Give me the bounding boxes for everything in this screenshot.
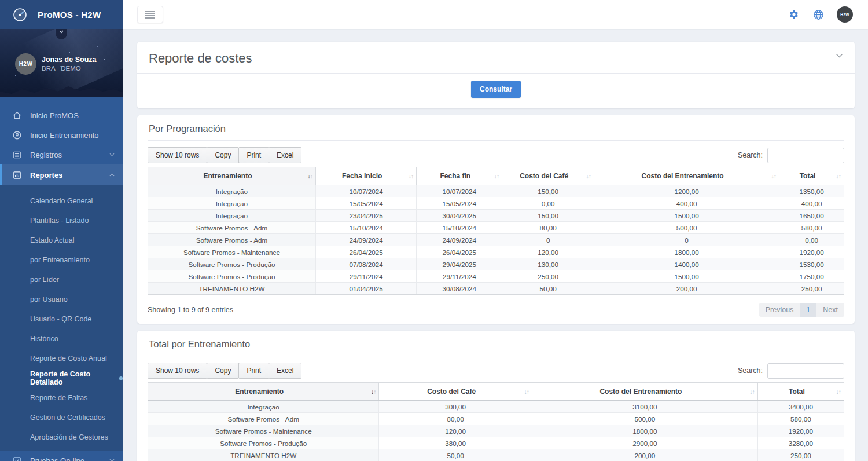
sidebar-item-inicio-promos[interactable]: Inicio ProMOS <box>0 105 123 125</box>
current-page-button[interactable]: 1 <box>800 303 816 317</box>
column-header-fecha-fin[interactable]: Fecha fin↓↑ <box>417 167 502 185</box>
table-cell: 380,00 <box>379 437 532 449</box>
settings-gear-icon[interactable] <box>789 9 799 20</box>
sidebar-subitem-aprobaci-n-de-gestores[interactable]: Aprobación de Gestores <box>0 427 123 447</box>
sidebar-subitem-estado-actual[interactable]: Estado Actual <box>0 231 123 250</box>
sidebar-item-reportes[interactable]: Reportes <box>0 164 123 185</box>
sidebar-item-label: Reportes <box>30 171 62 180</box>
table-row: Integração23/04/202530/04/2025150,001500… <box>148 210 844 222</box>
table-cell: 250,00 <box>779 283 844 295</box>
total-por-entrenamiento-card: Total por Entrenamiento Show 10 rowsCopy… <box>137 331 855 461</box>
table-footer: Showing 1 to 9 of 9 entries Previous 1 N… <box>148 303 844 317</box>
table-cell: TREINAMENTO H2W <box>148 449 379 461</box>
report-card-head: Reporte de costes <box>137 42 855 73</box>
sidebar-subitem-usuario-qr-code[interactable]: Usuario - QR Code <box>0 309 123 329</box>
table-cell: 0 <box>502 234 594 246</box>
table-cell: 1750,00 <box>779 270 844 283</box>
toolbar-button-print[interactable]: Print <box>238 363 269 379</box>
sidebar-subitem-por-entrenamiento[interactable]: por Entrenamiento <box>0 250 123 270</box>
sidebar-item-label: Inicio Entrenamiento <box>30 131 99 140</box>
table-cell: 0,00 <box>779 234 844 246</box>
bar-chart-icon <box>12 170 22 180</box>
sidebar-subitem-reporte-de-costo-detallado[interactable]: Reporte de Costo Detallado <box>0 368 123 388</box>
topbar-user-avatar[interactable]: H2W <box>837 6 853 23</box>
sidebar-submenu: Calendario GeneralPlantillas - ListadoEs… <box>0 185 123 451</box>
toolbar-button-show-10-rows[interactable]: Show 10 rows <box>148 147 207 163</box>
sidebar-subitem-por-l-der[interactable]: por Líder <box>0 270 123 290</box>
sidebar-subitem-hist-rico[interactable]: Histórico <box>0 329 123 349</box>
toolbar-button-copy[interactable]: Copy <box>207 363 239 379</box>
column-label: Entrenamiento <box>235 387 284 396</box>
app-title: ProMOS - H2W <box>38 10 101 20</box>
table-cell: 24/09/2024 <box>417 234 502 246</box>
column-header-total[interactable]: Total↓↑ <box>779 167 844 185</box>
table-cell: 1920,00 <box>779 246 844 258</box>
column-label: Total <box>800 172 816 180</box>
search-label: Search: <box>738 151 763 159</box>
sort-icons: ↓↑ <box>836 173 841 180</box>
sidebar-subitem-reporte-de-faltas[interactable]: Reporte de Faltas <box>0 388 123 408</box>
toolbar-button-show-10-rows[interactable]: Show 10 rows <box>148 363 207 379</box>
subitem-label: por Entrenamiento <box>30 256 90 264</box>
table-cell: Integração <box>148 185 316 197</box>
user-org: BRA - DEMO <box>42 65 81 72</box>
search-box: Search: <box>738 363 844 379</box>
sidebar-subitem-gesti-n-de-certificados[interactable]: Gestión de Certificados <box>0 408 123 427</box>
table-head: Entrenamiento↓↑Costo del Café↓↑Costo del… <box>148 383 844 401</box>
sidebar-subitem-reporte-de-costo-anual[interactable]: Reporte de Costo Anual <box>0 349 123 368</box>
search-input[interactable] <box>767 363 844 379</box>
sidebar-item-pruebas-on-line[interactable]: Pruebas On-line <box>0 451 123 461</box>
next-page-button[interactable]: Next <box>816 303 844 317</box>
consultar-button[interactable]: Consultar <box>471 81 521 98</box>
column-label: Costo del Café <box>520 172 568 180</box>
table-cell: 400,00 <box>594 197 779 210</box>
sidebar-subitem-calendario-general[interactable]: Calendario General <box>0 191 123 211</box>
sidebar-header: ProMOS - H2W <box>0 0 123 29</box>
table-toolbar: Show 10 rowsCopyPrintExcel <box>148 363 301 379</box>
collapse-card-chevron-icon[interactable] <box>836 51 843 58</box>
search-input[interactable] <box>767 148 844 163</box>
page-content: Reporte de costes Consultar Por Programa… <box>123 29 868 461</box>
subitem-label: Reporte de Costo Detallado <box>30 370 112 386</box>
table-cell: Software Promos - Maintenance <box>148 425 379 437</box>
column-header-fecha-inicio[interactable]: Fecha Inicio↓↑ <box>315 167 416 185</box>
data-table: Entrenamiento↓↑Costo del Café↓↑Costo del… <box>148 382 844 461</box>
column-header-costo-del-caf[interactable]: Costo del Café↓↑ <box>379 383 532 401</box>
column-header-total[interactable]: Total↓↑ <box>757 383 844 401</box>
sidebar-item-inicio-entrenamiento[interactable]: Inicio Entrenamiento <box>0 125 123 145</box>
previous-page-button[interactable]: Previous <box>759 303 800 317</box>
column-header-entrenamiento[interactable]: Entrenamiento↓↑ <box>148 383 379 401</box>
table-cell: 1500,00 <box>594 270 779 283</box>
table-cell: 80,00 <box>502 222 594 234</box>
toolbar-button-copy[interactable]: Copy <box>207 147 239 163</box>
table-row: Software Promos - Maintenance26/04/20252… <box>148 246 844 258</box>
hamburger-icon <box>145 11 155 19</box>
search-label: Search: <box>738 367 763 375</box>
column-header-costo-del-entrenamiento[interactable]: Costo del Entrenamiento↓↑ <box>594 167 779 185</box>
table-cell: 50,00 <box>502 283 594 295</box>
sidebar: ProMOS - H2W H2W Jonas de Souza BRA - DE… <box>0 0 123 461</box>
menu-toggle-button[interactable] <box>137 6 163 23</box>
column-header-entrenamiento[interactable]: Entrenamiento↓↑ <box>148 167 316 185</box>
table-cell: 10/07/2024 <box>417 185 502 197</box>
sidebar-subitem-por-usuario[interactable]: por Usuario <box>0 290 123 309</box>
home-icon <box>12 111 22 120</box>
toolbar-button-excel[interactable]: Excel <box>269 147 301 163</box>
column-header-costo-del-caf[interactable]: Costo del Café↓↑ <box>502 167 594 185</box>
language-globe-icon[interactable] <box>813 9 824 20</box>
main-area: H2W Reporte de costes Consultar Por P <box>123 0 868 461</box>
toolbar-button-print[interactable]: Print <box>238 147 269 163</box>
toolbar-button-excel[interactable]: Excel <box>269 363 301 379</box>
table-cell: 1400,00 <box>594 258 779 270</box>
user-profile-panel: H2W Jonas de Souza BRA - DEMO <box>0 29 123 97</box>
column-header-costo-del-entrenamiento[interactable]: Costo del Entrenamiento↓↑ <box>532 383 758 401</box>
sidebar-item-registros[interactable]: Registros <box>0 145 123 164</box>
user-avatar[interactable]: H2W <box>15 53 36 75</box>
table-cell: 26/04/2025 <box>417 246 502 258</box>
sort-icons: ↓↑ <box>771 173 777 180</box>
sidebar-subitem-plantillas-listado[interactable]: Plantillas - Listado <box>0 211 123 231</box>
table-cell: 250,00 <box>757 449 844 461</box>
table-cell: 15/10/2024 <box>417 222 502 234</box>
app-root: ProMOS - H2W H2W Jonas de Souza BRA - DE… <box>0 0 868 461</box>
table-cell: 1920,00 <box>757 425 844 437</box>
